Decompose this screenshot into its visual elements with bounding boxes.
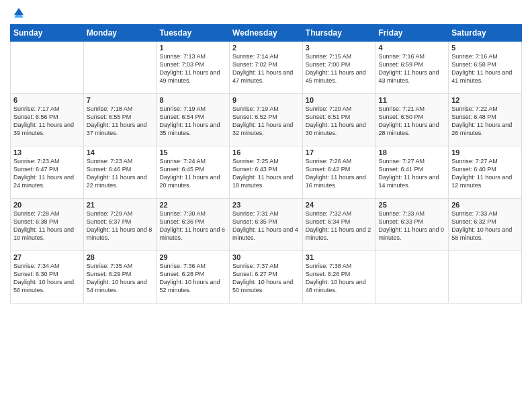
- day-number: 11: [379, 96, 446, 104]
- day-number: 14: [87, 148, 154, 156]
- calendar: SundayMondayTuesdayWednesdayThursdayFrid…: [10, 24, 522, 304]
- day-info: Sunrise: 7:15 AM Sunset: 7:00 PM Dayligh…: [306, 52, 373, 85]
- calendar-cell: [83, 42, 157, 94]
- page: SundayMondayTuesdayWednesdayThursdayFrid…: [0, 0, 532, 411]
- logo: [10, 7, 25, 19]
- day-info: Sunrise: 7:23 AM Sunset: 6:46 PM Dayligh…: [87, 157, 154, 190]
- day-info: Sunrise: 7:17 AM Sunset: 6:56 PM Dayligh…: [13, 105, 81, 138]
- calendar-cell: [11, 42, 84, 94]
- day-info: Sunrise: 7:16 AM Sunset: 6:59 PM Dayligh…: [379, 52, 446, 85]
- calendar-cell: 18Sunrise: 7:27 AM Sunset: 6:41 PM Dayli…: [375, 146, 449, 199]
- calendar-cell: 24Sunrise: 7:32 AM Sunset: 6:34 PM Dayli…: [302, 199, 375, 251]
- calendar-cell: 13Sunrise: 7:23 AM Sunset: 6:47 PM Dayli…: [11, 146, 84, 199]
- day-number: 16: [232, 148, 300, 156]
- day-number: 10: [306, 96, 373, 104]
- calendar-cell: 14Sunrise: 7:23 AM Sunset: 6:46 PM Dayli…: [83, 146, 157, 199]
- day-info: Sunrise: 7:24 AM Sunset: 6:45 PM Dayligh…: [159, 157, 226, 190]
- day-info: Sunrise: 7:19 AM Sunset: 6:54 PM Dayligh…: [159, 105, 226, 138]
- calendar-cell: 9Sunrise: 7:19 AM Sunset: 6:52 PM Daylig…: [230, 94, 303, 146]
- calendar-week-row: 1Sunrise: 7:13 AM Sunset: 7:03 PM Daylig…: [11, 42, 522, 94]
- day-info: Sunrise: 7:20 AM Sunset: 6:51 PM Dayligh…: [306, 105, 373, 138]
- day-info: Sunrise: 7:27 AM Sunset: 6:40 PM Dayligh…: [451, 157, 519, 190]
- calendar-cell: 16Sunrise: 7:25 AM Sunset: 6:43 PM Dayli…: [230, 146, 303, 199]
- calendar-cell: 27Sunrise: 7:34 AM Sunset: 6:30 PM Dayli…: [11, 251, 84, 304]
- calendar-cell: 8Sunrise: 7:19 AM Sunset: 6:54 PM Daylig…: [157, 94, 230, 146]
- day-number: 29: [159, 253, 226, 261]
- day-number: 3: [306, 44, 373, 52]
- calendar-cell: 3Sunrise: 7:15 AM Sunset: 7:00 PM Daylig…: [302, 42, 375, 94]
- day-number: 12: [451, 96, 519, 104]
- day-info: Sunrise: 7:19 AM Sunset: 6:52 PM Dayligh…: [232, 105, 300, 138]
- day-number: 9: [232, 96, 300, 104]
- calendar-week-row: 27Sunrise: 7:34 AM Sunset: 6:30 PM Dayli…: [11, 251, 522, 304]
- day-number: 8: [159, 96, 226, 104]
- day-info: Sunrise: 7:28 AM Sunset: 6:38 PM Dayligh…: [13, 210, 81, 242]
- day-info: Sunrise: 7:38 AM Sunset: 6:26 PM Dayligh…: [306, 262, 373, 295]
- day-info: Sunrise: 7:29 AM Sunset: 6:37 PM Dayligh…: [87, 210, 154, 242]
- calendar-cell: 22Sunrise: 7:30 AM Sunset: 6:36 PM Dayli…: [157, 199, 230, 251]
- day-info: Sunrise: 7:33 AM Sunset: 6:32 PM Dayligh…: [451, 210, 519, 242]
- calendar-cell: 28Sunrise: 7:35 AM Sunset: 6:29 PM Dayli…: [83, 251, 157, 304]
- calendar-cell: 29Sunrise: 7:36 AM Sunset: 6:28 PM Dayli…: [157, 251, 230, 304]
- day-info: Sunrise: 7:34 AM Sunset: 6:30 PM Dayligh…: [13, 262, 81, 295]
- calendar-cell: 30Sunrise: 7:37 AM Sunset: 6:27 PM Dayli…: [230, 251, 303, 304]
- calendar-cell: 10Sunrise: 7:20 AM Sunset: 6:51 PM Dayli…: [302, 94, 375, 146]
- day-number: 31: [306, 253, 373, 261]
- day-number: 25: [379, 201, 446, 209]
- day-number: 23: [232, 201, 300, 209]
- weekday-header: Thursday: [302, 25, 375, 42]
- day-info: Sunrise: 7:22 AM Sunset: 6:48 PM Dayligh…: [451, 105, 519, 138]
- calendar-cell: 19Sunrise: 7:27 AM Sunset: 6:40 PM Dayli…: [449, 146, 522, 199]
- day-info: Sunrise: 7:14 AM Sunset: 7:02 PM Dayligh…: [232, 52, 300, 85]
- weekday-header: Friday: [375, 25, 449, 42]
- day-number: 28: [87, 253, 154, 261]
- day-info: Sunrise: 7:13 AM Sunset: 7:03 PM Dayligh…: [159, 52, 226, 85]
- header: [10, 7, 522, 19]
- day-info: Sunrise: 7:23 AM Sunset: 6:47 PM Dayligh…: [13, 157, 81, 190]
- svg-marker-1: [14, 15, 24, 18]
- day-info: Sunrise: 7:16 AM Sunset: 6:58 PM Dayligh…: [451, 52, 519, 85]
- logo-icon: [13, 7, 25, 19]
- day-number: 22: [159, 201, 226, 209]
- day-info: Sunrise: 7:37 AM Sunset: 6:27 PM Dayligh…: [232, 262, 300, 295]
- day-number: 27: [13, 253, 81, 261]
- weekday-header: Wednesday: [230, 25, 303, 42]
- day-info: Sunrise: 7:30 AM Sunset: 6:36 PM Dayligh…: [159, 210, 226, 242]
- day-info: Sunrise: 7:26 AM Sunset: 6:42 PM Dayligh…: [306, 157, 373, 190]
- calendar-cell: 4Sunrise: 7:16 AM Sunset: 6:59 PM Daylig…: [375, 42, 449, 94]
- calendar-cell: 5Sunrise: 7:16 AM Sunset: 6:58 PM Daylig…: [449, 42, 522, 94]
- calendar-cell: 7Sunrise: 7:18 AM Sunset: 6:55 PM Daylig…: [83, 94, 157, 146]
- weekday-header: Monday: [83, 25, 157, 42]
- day-info: Sunrise: 7:25 AM Sunset: 6:43 PM Dayligh…: [232, 157, 300, 190]
- day-number: 13: [13, 148, 81, 156]
- calendar-header-row: SundayMondayTuesdayWednesdayThursdayFrid…: [11, 25, 522, 42]
- calendar-cell: 12Sunrise: 7:22 AM Sunset: 6:48 PM Dayli…: [449, 94, 522, 146]
- calendar-cell: 26Sunrise: 7:33 AM Sunset: 6:32 PM Dayli…: [449, 199, 522, 251]
- calendar-week-row: 6Sunrise: 7:17 AM Sunset: 6:56 PM Daylig…: [11, 94, 522, 146]
- day-info: Sunrise: 7:36 AM Sunset: 6:28 PM Dayligh…: [159, 262, 226, 295]
- svg-marker-0: [14, 8, 24, 15]
- calendar-cell: 11Sunrise: 7:21 AM Sunset: 6:50 PM Dayli…: [375, 94, 449, 146]
- day-number: 19: [451, 148, 519, 156]
- day-number: 21: [87, 201, 154, 209]
- day-number: 24: [306, 201, 373, 209]
- calendar-cell: 31Sunrise: 7:38 AM Sunset: 6:26 PM Dayli…: [302, 251, 375, 304]
- day-info: Sunrise: 7:21 AM Sunset: 6:50 PM Dayligh…: [379, 105, 446, 138]
- day-info: Sunrise: 7:35 AM Sunset: 6:29 PM Dayligh…: [87, 262, 154, 295]
- calendar-cell: 20Sunrise: 7:28 AM Sunset: 6:38 PM Dayli…: [11, 199, 84, 251]
- day-number: 26: [451, 201, 519, 209]
- day-number: 2: [232, 44, 300, 52]
- day-number: 5: [451, 44, 519, 52]
- day-info: Sunrise: 7:33 AM Sunset: 6:33 PM Dayligh…: [379, 210, 446, 242]
- day-number: 20: [13, 201, 81, 209]
- day-info: Sunrise: 7:32 AM Sunset: 6:34 PM Dayligh…: [306, 210, 373, 242]
- calendar-cell: 6Sunrise: 7:17 AM Sunset: 6:56 PM Daylig…: [11, 94, 84, 146]
- day-number: 17: [306, 148, 373, 156]
- weekday-header: Saturday: [449, 25, 522, 42]
- day-number: 1: [159, 44, 226, 52]
- day-number: 18: [379, 148, 446, 156]
- calendar-cell: 15Sunrise: 7:24 AM Sunset: 6:45 PM Dayli…: [157, 146, 230, 199]
- weekday-header: Sunday: [11, 25, 84, 42]
- day-number: 7: [87, 96, 154, 104]
- day-number: 6: [13, 96, 81, 104]
